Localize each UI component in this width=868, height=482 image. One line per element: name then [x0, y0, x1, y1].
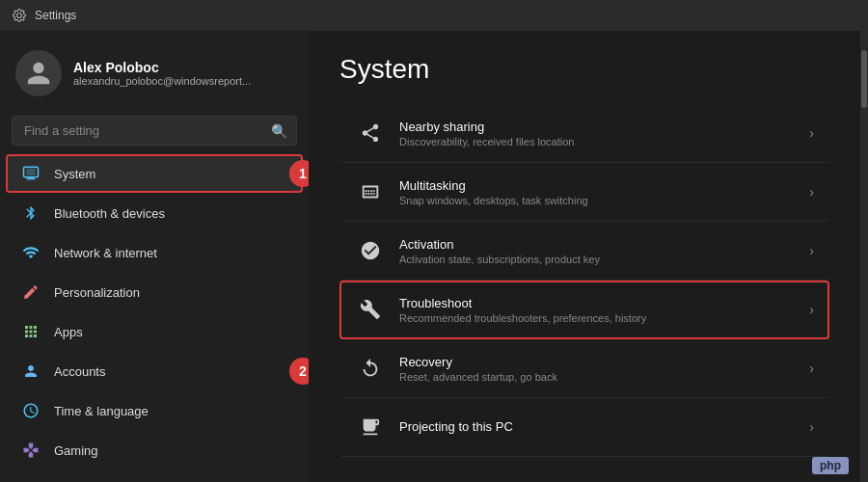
sidebar-item-accounts[interactable]: Accounts 2	[6, 352, 303, 390]
projecting-text: Projecting to this PC	[399, 419, 801, 436]
multitasking-icon	[355, 176, 386, 207]
sidebar-item-system[interactable]: System 1	[6, 154, 303, 193]
sidebar-item-time[interactable]: Time & language	[6, 391, 303, 430]
sidebar-item-bluetooth[interactable]: Bluetooth & devices	[6, 194, 303, 232]
sidebar-item-apps-label: Apps	[54, 325, 83, 339]
user-info: Alex Poloboc alexandru_poloboc@windowsre…	[73, 60, 251, 87]
projecting-chevron: ›	[809, 419, 814, 435]
user-email: alexandru_poloboc@windowsreport...	[73, 75, 251, 87]
sidebar-item-apps[interactable]: Apps	[6, 312, 303, 351]
annotation-1: 1	[289, 160, 309, 187]
recovery-chevron: ›	[809, 361, 814, 376]
svg-rect-1	[27, 169, 36, 176]
projecting-title: Projecting to this PC	[399, 419, 801, 434]
bluetooth-icon	[21, 203, 41, 223]
svg-rect-2	[28, 177, 34, 179]
svg-rect-3	[27, 178, 36, 179]
nearby-sharing-desc: Discoverability, received files location	[399, 136, 801, 147]
nearby-sharing-text: Nearby sharing Discoverability, received…	[399, 120, 801, 147]
user-profile[interactable]: Alex Poloboc alexandru_poloboc@windowsre…	[0, 31, 309, 112]
search-container: 🔍	[12, 116, 297, 146]
nearby-sharing-title: Nearby sharing	[399, 120, 801, 134]
sidebar-item-personalization-label: Personalization	[54, 285, 140, 300]
avatar	[15, 50, 62, 96]
setting-item-multitasking[interactable]: Multitasking Snap windows, desktops, tas…	[339, 163, 829, 222]
scrollbar[interactable]	[860, 31, 868, 482]
recovery-desc: Reset, advanced startup, go back	[399, 371, 801, 383]
troubleshoot-title: Troubleshoot	[399, 296, 801, 310]
title-bar-text: Settings	[35, 9, 76, 22]
apps-icon	[21, 322, 41, 341]
gaming-icon	[21, 441, 41, 460]
activation-icon	[355, 235, 386, 266]
recovery-text: Recovery Reset, advanced startup, go bac…	[399, 355, 801, 383]
sidebar-item-personalization[interactable]: Personalization	[6, 273, 303, 311]
sidebar-item-gaming-label: Gaming	[54, 443, 98, 458]
sidebar-item-accounts-label: Accounts	[54, 364, 105, 379]
setting-item-nearby-sharing[interactable]: Nearby sharing Discoverability, received…	[339, 104, 829, 163]
user-name: Alex Poloboc	[73, 60, 251, 75]
sidebar-item-bluetooth-label: Bluetooth & devices	[54, 206, 165, 221]
multitasking-desc: Snap windows, desktops, task switching	[399, 195, 801, 206]
activation-text: Activation Activation state, subscriptio…	[399, 237, 801, 265]
content-area: System Nearby sharing Discoverability, r…	[309, 31, 860, 482]
network-icon	[21, 243, 41, 262]
system-icon	[21, 164, 41, 183]
projecting-icon	[355, 412, 386, 442]
troubleshoot-desc: Recommended troubleshooters, preferences…	[399, 312, 801, 324]
recovery-icon	[355, 353, 386, 384]
title-bar: Settings	[0, 0, 868, 31]
multitasking-text: Multitasking Snap windows, desktops, tas…	[399, 178, 801, 206]
accounts-icon	[21, 362, 41, 381]
sidebar-item-gaming[interactable]: Gaming	[6, 431, 303, 469]
multitasking-title: Multitasking	[399, 178, 801, 193]
annotation-2: 2	[289, 358, 309, 385]
sidebar-item-time-label: Time & language	[54, 404, 149, 418]
multitasking-chevron: ›	[809, 184, 814, 200]
setting-item-projecting[interactable]: Projecting to this PC ›	[339, 398, 829, 457]
main-layout: Alex Poloboc alexandru_poloboc@windowsre…	[0, 31, 868, 482]
setting-item-troubleshoot[interactable]: Troubleshoot Recommended troubleshooters…	[339, 281, 829, 339]
settings-icon	[12, 8, 27, 23]
nearby-sharing-chevron: ›	[809, 125, 814, 141]
sidebar-item-network-label: Network & internet	[54, 246, 157, 260]
nearby-sharing-icon	[355, 118, 386, 148]
php-badge: php	[812, 457, 849, 474]
setting-item-recovery[interactable]: Recovery Reset, advanced startup, go bac…	[339, 339, 829, 398]
sidebar-item-system-label: System	[54, 167, 95, 181]
troubleshoot-text: Troubleshoot Recommended troubleshooters…	[399, 296, 801, 324]
sidebar: Alex Poloboc alexandru_poloboc@windowsre…	[0, 31, 309, 482]
search-input[interactable]	[12, 116, 297, 146]
sidebar-item-network[interactable]: Network & internet	[6, 233, 303, 272]
recovery-title: Recovery	[399, 355, 801, 369]
nav-list: System 1 Bluetooth & devices	[0, 153, 309, 470]
scrollbar-thumb[interactable]	[861, 50, 867, 108]
activation-title: Activation	[399, 237, 801, 252]
page-title: System	[339, 54, 829, 85]
troubleshoot-chevron: ›	[809, 302, 814, 317]
setting-item-activation[interactable]: Activation Activation state, subscriptio…	[339, 222, 829, 281]
settings-list: Nearby sharing Discoverability, received…	[339, 104, 829, 457]
troubleshoot-icon	[355, 294, 386, 325]
activation-chevron: ›	[809, 243, 814, 258]
activation-desc: Activation state, subscriptions, product…	[399, 254, 801, 265]
personalization-icon	[21, 282, 41, 302]
time-icon	[21, 401, 41, 420]
